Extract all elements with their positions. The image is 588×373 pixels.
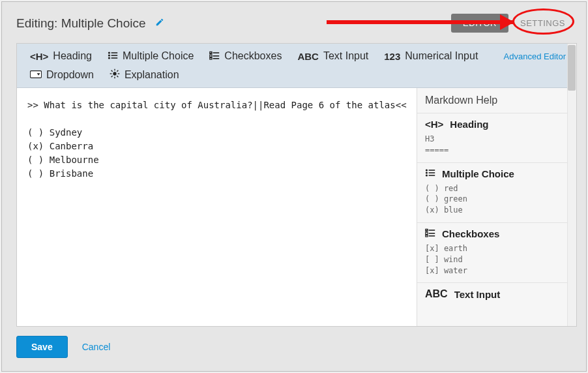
tool-label: Explanation	[125, 69, 179, 81]
svg-point-2	[108, 54, 110, 56]
help-example: [x] earth [ ] wind [x] water	[425, 243, 568, 276]
help-section-multiple-choice: Multiple Choice ( ) red ( ) green (x) bl…	[417, 162, 576, 222]
advanced-editor-link[interactable]: Advanced Editor	[504, 52, 571, 61]
help-section-checkboxes: Checkboxes [x] earth [ ] wind [x] water	[417, 222, 576, 282]
help-example: H3 =====	[425, 134, 568, 156]
svg-rect-5	[111, 57, 118, 59]
svg-rect-32	[426, 235, 428, 237]
svg-line-19	[117, 76, 118, 77]
tool-checkboxes[interactable]: Checkboxes	[201, 47, 289, 65]
tool-label: Numerical Input	[405, 50, 478, 62]
list-icon	[425, 168, 435, 179]
svg-line-21	[117, 70, 118, 72]
svg-rect-23	[429, 170, 435, 171]
svg-rect-27	[429, 175, 435, 176]
tool-text-input[interactable]: ABC Text Input	[289, 47, 376, 65]
svg-point-0	[108, 52, 110, 53]
svg-rect-10	[210, 57, 212, 59]
heading-icon: <H>	[30, 51, 48, 62]
markdown-editor[interactable]	[17, 88, 417, 326]
checkboxes-icon	[209, 51, 220, 62]
svg-rect-1	[111, 52, 118, 53]
pencil-icon[interactable]	[155, 18, 164, 29]
svg-point-22	[426, 169, 428, 171]
help-section-title: Checkboxes	[442, 228, 499, 239]
svg-rect-9	[213, 55, 220, 57]
svg-point-4	[108, 57, 110, 59]
page-title: Editing: Multiple Choice	[16, 16, 146, 31]
markdown-help-panel: Markdown Help <H> Heading H3 ===== Multi…	[417, 88, 576, 326]
footer: Save Cancel	[16, 327, 577, 358]
help-example: ( ) red ( ) green (x) blue	[425, 183, 568, 216]
svg-line-20	[111, 76, 113, 77]
svg-point-26	[426, 174, 428, 176]
svg-rect-11	[213, 58, 220, 59]
svg-rect-12	[30, 71, 41, 78]
help-section-title: Text Input	[454, 289, 501, 300]
tab-bar: EDITOR SETTINGS	[451, 14, 577, 33]
help-section-text-input: ABC Text Input	[417, 282, 576, 310]
tool-label: Checkboxes	[224, 50, 282, 62]
svg-line-18	[111, 70, 113, 72]
help-section-heading: <H> Heading H3 =====	[417, 113, 576, 162]
checkboxes-icon	[425, 228, 435, 239]
123-icon: 123	[384, 51, 400, 62]
cancel-link[interactable]: Cancel	[82, 342, 111, 352]
tool-label: Text Input	[323, 50, 368, 62]
tool-explanation[interactable]: Explanation	[102, 65, 187, 84]
svg-point-24	[426, 172, 428, 173]
svg-rect-31	[429, 233, 435, 234]
help-section-title: Multiple Choice	[442, 168, 514, 179]
tool-dropdown[interactable]: Dropdown	[22, 66, 102, 84]
svg-rect-25	[429, 172, 435, 173]
tool-label: Dropdown	[46, 69, 94, 81]
help-section-title: Heading	[450, 119, 488, 130]
svg-rect-8	[210, 55, 212, 57]
tool-heading[interactable]: <H> Heading	[22, 47, 100, 65]
toolbar: <H> Heading Multiple Choice Checkboxes A…	[17, 44, 576, 88]
svg-rect-30	[426, 232, 428, 234]
sun-icon	[110, 68, 120, 81]
tool-label: Multiple Choice	[123, 50, 194, 62]
save-button[interactable]: Save	[16, 336, 68, 358]
header: Editing: Multiple Choice EDITOR SETTINGS	[16, 14, 577, 33]
list-icon	[108, 51, 118, 62]
tool-multiple-choice[interactable]: Multiple Choice	[100, 47, 201, 65]
heading-icon: <H>	[425, 119, 443, 130]
svg-rect-33	[429, 235, 435, 237]
svg-rect-7	[213, 52, 220, 53]
svg-point-13	[113, 72, 116, 75]
abc-icon: ABC	[297, 51, 319, 62]
svg-rect-29	[429, 230, 435, 231]
tool-label: Heading	[53, 50, 92, 62]
scrollbar-thumb[interactable]	[568, 45, 576, 91]
tab-editor[interactable]: EDITOR	[451, 14, 508, 33]
editor-panel: <H> Heading Multiple Choice Checkboxes A…	[16, 43, 577, 327]
svg-rect-3	[111, 55, 118, 56]
help-panel-title: Markdown Help	[425, 95, 497, 106]
tab-settings[interactable]: SETTINGS	[508, 14, 577, 33]
dropdown-icon	[30, 69, 42, 80]
scrollbar-outer[interactable]	[567, 44, 576, 326]
abc-icon: ABC	[425, 288, 448, 300]
tool-numerical-input[interactable]: 123 Numerical Input	[376, 47, 486, 65]
